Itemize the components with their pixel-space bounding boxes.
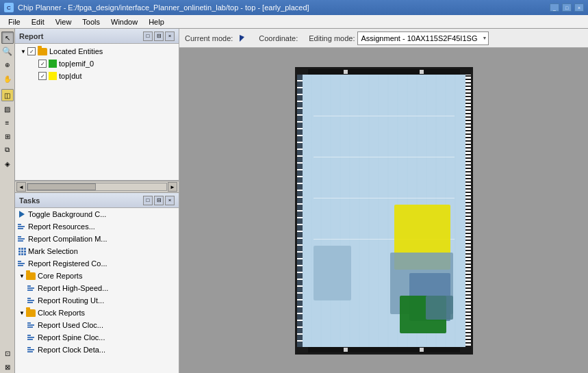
clock-reports-expander[interactable]: ▼ (18, 309, 26, 317)
located-entities-checkbox[interactable] (27, 47, 36, 55)
task-report-clock-detail[interactable]: Report Clock Deta... (15, 344, 179, 356)
menu-view[interactable]: View (50, 15, 77, 29)
emif-label: top|emif_0 (59, 60, 94, 68)
canvas-toolbar: Current mode: Coordinate: Editing mode: … (179, 29, 588, 48)
located-entities-expander[interactable]: ▼ (19, 47, 27, 55)
dut-color-icon (49, 72, 57, 80)
assign-button[interactable]: ⊞ (1, 130, 14, 142)
mark-selection-label: Mark Selection (28, 247, 78, 255)
scroll-right-button[interactable]: ► (168, 182, 177, 192)
current-mode-group: Current mode: (185, 32, 248, 44)
chip-bottom-pads (308, 347, 460, 352)
dash-2 (314, 157, 455, 157)
list-icon-4 (27, 284, 36, 292)
report-scrollbar[interactable]: ◄ ► (15, 181, 179, 193)
emif-checkbox[interactable] (38, 60, 47, 68)
report-registered-label: Report Registered Co... (28, 259, 107, 268)
task-clock-reports-folder[interactable]: ▼ Clock Reports (15, 307, 179, 319)
maximize-button[interactable]: □ (562, 3, 572, 12)
report-spine-clock-label: Report Spine Cloc... (38, 333, 105, 342)
editing-mode-select[interactable]: Assignment - 10AX115S2F45I1SG (357, 31, 489, 45)
highlight-button[interactable]: ▨ (1, 103, 14, 115)
grid-icon-1 (18, 247, 26, 255)
list-icon-8 (27, 346, 36, 354)
coordinate-label: Coordinate: (259, 34, 298, 42)
task-report-spine-clock[interactable]: Report Spine Cloc... (15, 331, 179, 344)
tasks-close-button[interactable]: × (165, 196, 175, 205)
title-text: Chip Planner - E:/fpga_design/interface_… (18, 3, 546, 12)
select-tool-button[interactable]: ↖ (1, 31, 14, 44)
window-controls: _ □ × (550, 3, 584, 12)
editing-mode-label: Editing mode: (309, 34, 355, 42)
mode-button[interactable]: ◈ (1, 157, 14, 170)
chip-container (295, 67, 473, 355)
editing-mode-select-wrapper[interactable]: Assignment - 10AX115S2F45I1SG (357, 31, 489, 45)
report-attach-button[interactable]: ⊟ (154, 31, 164, 41)
task-report-compilation[interactable]: Report Compilation M... (15, 233, 179, 245)
copy-button[interactable]: ⧉ (1, 144, 14, 156)
close-button[interactable]: × (574, 3, 584, 12)
report-compilation-label: Report Compilation M... (28, 235, 107, 243)
task-report-highspeed[interactable]: Report High-Speed... (15, 282, 179, 294)
task-report-routing[interactable]: Report Routing Ut... (15, 294, 179, 307)
minimize-button[interactable]: _ (550, 3, 559, 12)
pad-b1 (344, 348, 348, 352)
tasks-panel-controls: □ ⊟ × (143, 196, 175, 205)
entity-emif-row[interactable]: top|emif_0 (16, 57, 177, 70)
region-teal (426, 296, 453, 320)
menu-tools[interactable]: Tools (77, 15, 105, 29)
pad-b2 (420, 348, 424, 352)
h-scrollbar-track[interactable] (27, 183, 167, 191)
toggle-background-label: Toggle Background C... (28, 210, 106, 218)
dut-checkbox[interactable] (38, 72, 47, 80)
title-bar: C Chip Planner - E:/fpga_design/interfac… (0, 0, 588, 15)
core-reports-folder-icon (26, 272, 36, 280)
menu-bar: File Edit View Tools Window Help (0, 15, 588, 29)
chip-view[interactable] (179, 48, 588, 373)
cursor-mode-icon (235, 32, 248, 44)
menu-window[interactable]: Window (105, 15, 143, 29)
list-icon-6 (27, 321, 36, 329)
app-icon: C (4, 3, 14, 12)
property-button[interactable]: ≡ (1, 116, 14, 129)
task-report-resources[interactable]: Report Resources... (15, 220, 179, 233)
tasks-tree: Toggle Background C... Report Resources.… (15, 208, 179, 373)
zoom-in-button[interactable]: 🔍 (1, 45, 14, 57)
chip-inner-area (303, 75, 465, 347)
pan-button[interactable]: ✋ (1, 73, 14, 85)
scroll-left-button[interactable]: ◄ (16, 182, 26, 192)
dash-1 (314, 116, 455, 116)
task-report-used-clock[interactable]: Report Used Cloc... (15, 319, 179, 331)
located-entities-row[interactable]: ▼ Located Entities (16, 45, 177, 57)
report-routing-label: Report Routing Ut... (38, 296, 104, 305)
editing-mode-group: Editing mode: Assignment - 10AX115S2F45I… (309, 31, 489, 45)
coordinate-group: Coordinate: (259, 34, 298, 42)
task-core-reports-folder[interactable]: ▼ Core Reports (15, 270, 179, 282)
h-scrollbar-thumb[interactable] (27, 183, 96, 190)
task-toggle-background[interactable]: Toggle Background C... (15, 208, 179, 220)
zoom-fit-button[interactable]: ⊕ (1, 59, 14, 71)
clock-reports-folder-icon (26, 309, 36, 317)
current-mode-label: Current mode: (185, 34, 233, 42)
core-reports-label: Core Reports (38, 272, 82, 280)
menu-edit[interactable]: Edit (26, 15, 50, 29)
task-report-registered[interactable]: Report Registered Co... (15, 257, 179, 270)
core-reports-expander[interactable]: ▼ (18, 272, 26, 280)
tasks-panel-title: Tasks (19, 196, 40, 205)
menu-file[interactable]: File (3, 15, 26, 29)
tasks-attach-button[interactable]: ⊟ (154, 196, 164, 205)
menu-help[interactable]: Help (143, 15, 170, 29)
list-icon-5 (27, 296, 36, 305)
report-float-button[interactable]: □ (143, 31, 153, 41)
dut-label: top|dut (59, 72, 81, 80)
report-resources-label: Report Resources... (28, 222, 95, 231)
chip-top-pads (308, 69, 460, 75)
layer-button[interactable]: ◫ (1, 89, 14, 101)
entity-dut-row[interactable]: top|dut (16, 70, 177, 82)
tasks-float-button[interactable]: □ (143, 196, 153, 205)
extra-button-1[interactable]: ⊡ (1, 347, 14, 359)
report-close-button[interactable]: × (165, 31, 175, 41)
extra-button-2[interactable]: ⊠ (1, 361, 14, 373)
located-entities-label: Located Entities (49, 47, 103, 55)
task-mark-selection[interactable]: Mark Selection (15, 245, 179, 257)
